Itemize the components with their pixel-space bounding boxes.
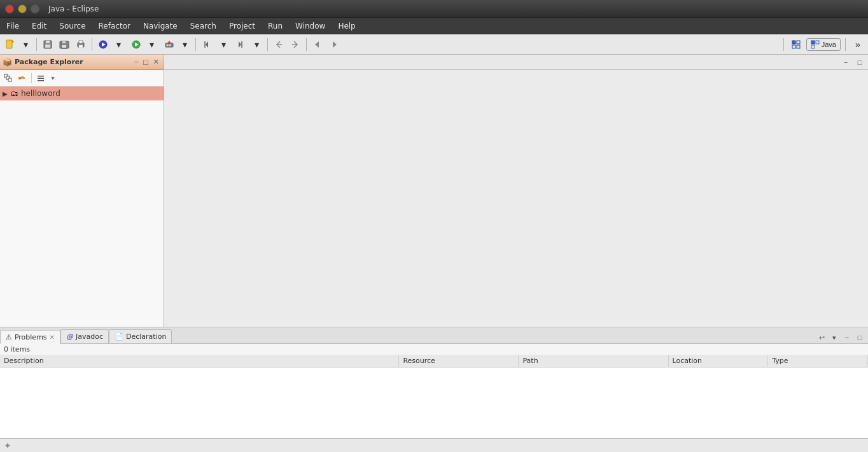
bottom-tab-bar: ⚠ Problems ✕ @ Javadoc 📄 Declaration ↩ ▾… (0, 327, 868, 344)
javadoc-icon: @ (66, 332, 73, 341)
toolbar: ▾ ▾ ▾ ▾ ▾ ▾ (0, 34, 868, 55)
run-dropdown[interactable]: ▾ (144, 37, 159, 52)
open-perspective-button[interactable] (788, 37, 804, 52)
view-dropdown[interactable]: ▾ (48, 72, 57, 85)
javadoc-label: Javadoc (76, 332, 103, 341)
link-with-editor-button[interactable] (16, 72, 29, 85)
svg-rect-36 (816, 41, 819, 44)
svg-marker-29 (315, 41, 319, 48)
svg-rect-5 (46, 41, 50, 43)
new-button[interactable] (3, 37, 18, 52)
menu-source[interactable]: Source (53, 19, 92, 33)
svg-point-42 (18, 77, 21, 79)
toolbar-sep-5 (306, 38, 307, 51)
svg-rect-44 (38, 78, 44, 79)
menu-help[interactable]: Help (332, 19, 361, 33)
editor-maximize[interactable]: □ (854, 57, 865, 68)
external-tools-dropdown[interactable]: ▾ (177, 37, 192, 52)
save-all-button[interactable] (57, 37, 72, 52)
col-location: Location (668, 355, 768, 367)
main-area: 📦 Package Explorer − □ ✕ ▾ (0, 55, 868, 438)
print-button[interactable] (73, 37, 88, 52)
menubar: File Edit Source Refactor Navigate Searc… (0, 18, 868, 34)
problems-table: Description Resource Path Location Type (0, 355, 868, 438)
close-button[interactable] (5, 4, 14, 13)
svg-rect-31 (792, 41, 795, 44)
package-explorer-toolbar: ▾ (0, 70, 164, 86)
svg-rect-32 (797, 41, 800, 44)
prev-annotation-button[interactable] (199, 37, 214, 52)
problems-tab-close[interactable]: ✕ (50, 334, 55, 341)
toolbar-sep-4 (267, 38, 268, 51)
tab-problems[interactable]: ⚠ Problems ✕ (0, 330, 60, 344)
toolbar-sep-6 (783, 38, 784, 51)
bottom-tab-bar-right: ↩ ▾ − □ (816, 332, 868, 343)
svg-rect-6 (45, 45, 50, 48)
bottom-panel: ⚠ Problems ✕ @ Javadoc 📄 Declaration ↩ ▾… (0, 327, 868, 438)
bottom-panel-back[interactable]: ↩ (816, 332, 827, 343)
back-button[interactable] (310, 37, 325, 52)
minimize-button[interactable] (18, 4, 27, 13)
tree-item-hellloword[interactable]: ▶ 🗂 hellloword (0, 86, 164, 100)
bottom-panel-minimize[interactable]: − (841, 332, 853, 343)
external-tools-button[interactable] (162, 37, 177, 52)
menu-navigate[interactable]: Navigate (137, 19, 184, 33)
maximize-button[interactable] (31, 4, 39, 13)
tree-area: ▶ 🗂 hellloword (0, 86, 164, 327)
run-button[interactable] (129, 37, 144, 52)
forward-button[interactable] (326, 37, 342, 52)
toolbar-right: Java » (781, 37, 865, 52)
editor-area: − □ (164, 55, 868, 327)
menu-file[interactable]: File (0, 19, 25, 33)
toolbar-more[interactable]: » (850, 37, 865, 52)
editor-minimize[interactable]: − (840, 57, 851, 68)
run-debug-dropdown[interactable]: ▾ (111, 37, 126, 52)
menu-run[interactable]: Run (262, 19, 289, 33)
svg-rect-14 (79, 45, 83, 48)
prev-annotation-dropdown[interactable]: ▾ (216, 37, 231, 52)
collapse-all-button[interactable] (2, 72, 15, 85)
titlebar: Java - Eclipse (0, 0, 868, 18)
view-menu-button[interactable] (34, 72, 47, 85)
svg-marker-23 (206, 41, 208, 48)
package-explorer-icon: 📦 (3, 58, 12, 67)
menu-edit[interactable]: Edit (25, 19, 53, 33)
toolbar-sep-3 (195, 38, 196, 51)
next-annotation-dropdown[interactable]: ▾ (249, 37, 264, 52)
new-dropdown[interactable]: ▾ (18, 37, 33, 52)
menu-project[interactable]: Project (223, 19, 262, 33)
svg-rect-34 (797, 45, 800, 48)
statusbar: ✦ (0, 438, 868, 452)
window-title: Java - Eclipse (48, 4, 99, 13)
editor-top-bar: − □ (164, 55, 868, 70)
svg-point-21 (169, 44, 171, 46)
save-button[interactable] (40, 37, 55, 52)
run-debug-button[interactable] (95, 37, 111, 52)
menu-refactor[interactable]: Refactor (92, 19, 137, 33)
panel-toolbar-sep (31, 73, 32, 83)
project-icon: 🗂 (11, 89, 18, 98)
declaration-label: Declaration (126, 332, 166, 341)
next-annotation-button[interactable] (232, 37, 248, 52)
svg-rect-11 (62, 45, 66, 48)
panel-close[interactable]: ✕ (151, 57, 161, 67)
java-perspective-button[interactable]: Java (806, 38, 841, 51)
svg-rect-0 (6, 40, 12, 48)
tab-declaration[interactable]: 📄 Declaration (109, 329, 172, 343)
declaration-icon: 📄 (115, 332, 123, 341)
col-resource: Resource (399, 355, 519, 367)
panel-maximize[interactable]: □ (141, 58, 150, 65)
menu-window[interactable]: Window (289, 19, 332, 33)
svg-rect-35 (811, 41, 815, 44)
last-edit-button[interactable] (271, 37, 286, 52)
panel-minimize[interactable]: − (132, 58, 140, 65)
tab-javadoc[interactable]: @ Javadoc (60, 329, 109, 343)
table-header: Description Resource Path Location Type (0, 355, 868, 367)
toolbar-sep-2 (92, 38, 92, 51)
work-area: 📦 Package Explorer − □ ✕ ▾ (0, 55, 868, 327)
bottom-panel-dropdown[interactable]: ▾ (829, 332, 840, 343)
bottom-panel-maximize[interactable]: □ (854, 332, 865, 343)
svg-marker-22 (167, 41, 171, 43)
menu-search[interactable]: Search (184, 19, 223, 33)
next-edit-button[interactable] (288, 37, 303, 52)
